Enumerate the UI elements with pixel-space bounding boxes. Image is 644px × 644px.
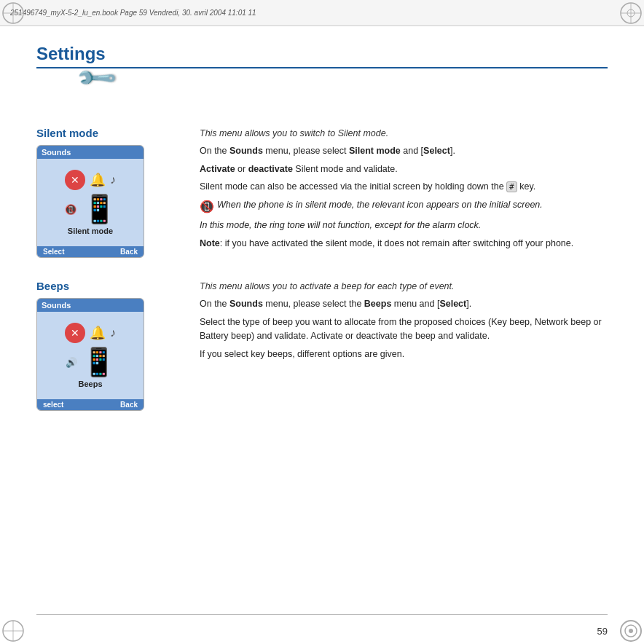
silent-p3: Silent mode can also be accessed via the…: [200, 180, 608, 194]
phone-small-icon: 📵: [65, 204, 76, 215]
corner-decoration-br: [619, 619, 643, 643]
phone-header-beeps: Sounds: [37, 299, 144, 312]
phone-icon-red: ✕: [65, 170, 85, 190]
phone-mockup-beeps: Sounds ✕ 🔔 ♪ 🔊 📱 Beeps select Back: [36, 298, 144, 411]
page-content: Settings 🔧 Silent mode Sounds ✕ 🔔 ♪ 📵: [36, 26, 608, 615]
silent-italic-note: When the phone is in silent mode, the re…: [217, 198, 543, 212]
phone-icons-beeps: ✕ 🔔 ♪: [65, 323, 116, 343]
beeps-p2: Select the type of beep you want to allo…: [200, 315, 608, 344]
bottom-line: [36, 614, 608, 615]
phone-icon-bell: 🔔: [90, 172, 106, 188]
corner-decoration-bl: [1, 619, 25, 643]
phone-back-btn-beeps[interactable]: Back: [120, 401, 138, 409]
silent-p4: In this mode, the ring tone will not fun…: [200, 219, 608, 232]
beeps-label: Beeps: [36, 280, 182, 292]
page-number: 59: [597, 626, 608, 637]
silent-p2: Activate or deactivate Silent mode and v…: [200, 162, 608, 176]
phone-back-btn-silent[interactable]: Back: [120, 248, 138, 256]
section-beeps: Beeps Sounds ✕ 🔔 ♪ 🔊 📱 Beeps se: [36, 280, 608, 411]
silent-p5: Note: if you have activated the silent m…: [200, 237, 608, 251]
hash-key-icon: #: [506, 181, 517, 192]
phone-body-silent: ✕ 🔔 ♪ 📵 📱 Silent mode: [37, 159, 144, 246]
silent-desc-italic: This menu allows you to switch to Silent…: [200, 127, 608, 141]
top-strip: 251496749_myX-5-2_lu_en.book Page 59 Ven…: [0, 0, 644, 26]
page-title: Settings: [36, 44, 608, 68]
svg-point-12: [629, 629, 633, 633]
beeps-p1: On the Sounds menu, please select the Be…: [200, 297, 608, 311]
section-right-beeps: This menu allows you to activate a beep …: [182, 280, 608, 365]
phone-beeps-mode-label: Beeps: [78, 380, 102, 388]
phone-footer-silent: Select Back: [37, 246, 144, 257]
silent-note-icon-row: 📵 When the phone is in silent mode, the …: [200, 198, 608, 216]
phone-select-btn-beeps[interactable]: select: [43, 401, 63, 409]
corner-decoration-tr: [619, 1, 643, 25]
phone-beep-small-icon: 🔊: [66, 357, 77, 368]
phone-mockup-silent-mode: Sounds ✕ 🔔 ♪ 📵 📱 Silent mode: [36, 145, 144, 258]
phone-large-image: 📱: [82, 193, 117, 225]
beeps-desc-italic: This menu allows you to activate a beep …: [200, 280, 608, 294]
silent-mode-label: Silent mode: [36, 127, 182, 139]
phone-beeps-large-image: 📱: [82, 346, 116, 378]
phone-header-silent: Sounds: [37, 146, 144, 159]
phone-select-btn-silent[interactable]: Select: [43, 248, 64, 256]
section-left-silent-mode: Silent mode Sounds ✕ 🔔 ♪ 📵 📱 Silent m: [36, 127, 182, 258]
silent-phone-bullet-icon: 📵: [200, 198, 214, 216]
section-right-silent-mode: This menu allows you to switch to Silent…: [182, 127, 608, 254]
phone-icon-red-beeps: ✕: [65, 323, 85, 343]
phone-footer-beeps: select Back: [37, 399, 144, 410]
key-icon: 🔧: [74, 55, 119, 101]
phone-body-beeps: ✕ 🔔 ♪ 🔊 📱 Beeps: [37, 312, 144, 399]
header-strip-text: 251496749_myX-5-2_lu_en.book Page 59 Ven…: [10, 9, 256, 17]
phone-icon-music: ♪: [110, 173, 116, 186]
phone-icons-silent: ✕ 🔔 ♪: [65, 170, 116, 190]
silent-p1: On the Sounds menu, please select Silent…: [200, 144, 608, 158]
phone-icon-music-beeps: ♪: [110, 326, 116, 339]
corner-decoration-tl: [1, 1, 25, 25]
phone-mode-label: Silent mode: [68, 227, 113, 235]
phone-icon-bell-beeps: 🔔: [90, 325, 106, 341]
section-silent-mode: Silent mode Sounds ✕ 🔔 ♪ 📵 📱 Silent m: [36, 127, 608, 258]
section-left-beeps: Beeps Sounds ✕ 🔔 ♪ 🔊 📱 Beeps se: [36, 280, 182, 411]
beeps-p3: If you select key beeps, different optio…: [200, 347, 608, 361]
settings-icon-area: 🔧: [80, 63, 113, 93]
